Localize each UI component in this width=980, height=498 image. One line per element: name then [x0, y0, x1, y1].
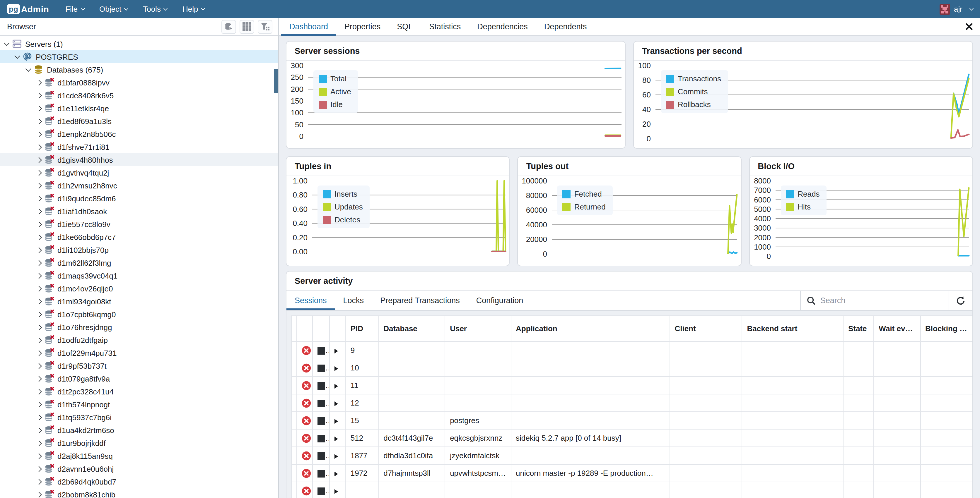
chevron-collapsed-icon[interactable]	[36, 195, 42, 201]
tree-item-database[interactable]: d2b69d4qk0ubd7	[0, 475, 278, 488]
chevron-collapsed-icon[interactable]	[36, 170, 42, 176]
cancel-query-icon[interactable]	[302, 416, 311, 425]
menu-file[interactable]: File	[65, 5, 84, 13]
terminate-icon[interactable]	[318, 435, 325, 442]
session-row[interactable]: 15 postgres	[291, 412, 972, 429]
column-header[interactable]: PID	[345, 316, 379, 341]
tree-item-database[interactable]: d1o7cpbt6kqmg0	[0, 308, 278, 321]
cancel-query-icon[interactable]	[302, 434, 311, 443]
column-header[interactable]: Database	[379, 316, 445, 341]
column-header[interactable]: User	[445, 316, 511, 341]
column-header[interactable]: Client	[670, 316, 742, 341]
tree-item-database[interactable]: d1iaf1dh0saok	[0, 205, 278, 218]
chevron-collapsed-icon[interactable]	[36, 247, 42, 253]
tree-item-database[interactable]: d1ed8f69a1u3ls	[0, 115, 278, 128]
session-row[interactable]: 9	[291, 341, 972, 359]
session-row[interactable]: 11	[291, 377, 972, 394]
tab-locks[interactable]: Locks	[335, 291, 372, 310]
expand-row-icon[interactable]	[335, 401, 338, 406]
query-tool-button[interactable]	[221, 20, 236, 34]
expand-row-icon[interactable]	[335, 471, 338, 476]
chevron-collapsed-icon[interactable]	[36, 118, 42, 124]
chevron-collapsed-icon[interactable]	[36, 131, 42, 137]
tab-sessions[interactable]: Sessions	[286, 291, 335, 310]
expand-row-icon[interactable]	[335, 489, 338, 493]
tree-item-database[interactable]: d1odfu2dtfgaip	[0, 333, 278, 346]
chevron-collapsed-icon[interactable]	[36, 311, 42, 317]
terminate-icon[interactable]	[318, 470, 325, 477]
chevron-collapsed-icon[interactable]	[36, 221, 42, 227]
chevron-collapsed-icon[interactable]	[36, 453, 42, 459]
chevron-collapsed-icon[interactable]	[36, 389, 42, 395]
chevron-collapsed-icon[interactable]	[36, 182, 42, 189]
terminate-icon[interactable]	[318, 365, 325, 372]
terminate-icon[interactable]	[318, 400, 325, 407]
tree-item-database[interactable]: d1t2pc328c41u4	[0, 385, 278, 398]
chevron-collapsed-icon[interactable]	[36, 427, 42, 433]
terminate-icon[interactable]	[318, 452, 325, 460]
menu-object[interactable]: Object	[99, 5, 128, 13]
tree-item-database[interactable]: d1ml934goi08kt	[0, 295, 278, 308]
chevron-collapsed-icon[interactable]	[36, 324, 42, 330]
tree-item-database[interactable]: d2aj8k115an9sq	[0, 449, 278, 462]
tab-dashboard[interactable]: Dashboard	[281, 18, 336, 35]
chevron-collapsed-icon[interactable]	[36, 208, 42, 214]
tab-prepared-transactions[interactable]: Prepared Transactions	[372, 291, 468, 310]
search-input[interactable]	[820, 296, 942, 305]
session-row[interactable]	[291, 482, 972, 498]
tree-item-databases[interactable]: Databases (675)	[0, 63, 278, 76]
chevron-collapsed-icon[interactable]	[36, 479, 42, 485]
chevron-collapsed-icon[interactable]	[36, 79, 42, 86]
tab-properties[interactable]: Properties	[336, 18, 389, 35]
expand-row-icon[interactable]	[335, 419, 338, 423]
chevron-collapsed-icon[interactable]	[36, 337, 42, 343]
tree-item-database[interactable]: d1e11etklsr4qe	[0, 102, 278, 115]
chevron-collapsed-icon[interactable]	[36, 273, 42, 279]
chevron-expanded-icon[interactable]	[14, 53, 20, 59]
column-header[interactable]: Backend start	[742, 316, 843, 341]
session-row[interactable]: 512 dc3t4f143gil7e eqkcsgbjsrxnnz sideki…	[291, 429, 972, 447]
tree-item-database[interactable]: d1of229m4pu731	[0, 346, 278, 359]
column-header[interactable]: Application	[511, 316, 670, 341]
cancel-query-icon[interactable]	[302, 398, 311, 408]
refresh-button[interactable]	[948, 291, 972, 310]
chevron-collapsed-icon[interactable]	[36, 285, 42, 292]
menu-help[interactable]: Help	[183, 5, 205, 13]
session-row[interactable]: 1972 d7hajmntsp3ll upvwhtstpcsmwk unicor…	[291, 464, 972, 482]
chevron-collapsed-icon[interactable]	[36, 350, 42, 356]
user-menu[interactable]: ajr	[939, 4, 973, 14]
tab-dependents[interactable]: Dependents	[536, 18, 595, 35]
column-header[interactable]: Blocking PIDs	[920, 316, 972, 341]
chevron-collapsed-icon[interactable]	[36, 92, 42, 98]
menu-tools[interactable]: Tools	[143, 5, 167, 13]
tab-statistics[interactable]: Statistics	[421, 18, 469, 35]
tree-item-database[interactable]: d2bobm8k81chib	[0, 488, 278, 498]
tree-item-servers[interactable]: Servers (1)	[0, 38, 278, 50]
tree-item-database[interactable]: d1enpk2n8b506c	[0, 128, 278, 140]
terminate-icon[interactable]	[318, 417, 325, 425]
tree-item-database[interactable]: d1th574lnpnogt	[0, 398, 278, 411]
tree-item-database[interactable]: d1mc4ov26qlje0	[0, 282, 278, 295]
tree-item-database[interactable]: d1r9pf53b737t	[0, 359, 278, 372]
tree-item-database[interactable]: d1ke66obd6p7c7	[0, 231, 278, 243]
chevron-collapsed-icon[interactable]	[36, 298, 42, 304]
cancel-query-icon[interactable]	[302, 346, 311, 355]
chevron-expanded-icon[interactable]	[25, 66, 31, 72]
expand-row-icon[interactable]	[335, 366, 338, 371]
session-row[interactable]: 1877 dfhdla3d1c0ifa jzyekdmfalctsk	[291, 447, 972, 464]
terminate-icon[interactable]	[318, 487, 325, 495]
expand-row-icon[interactable]	[335, 384, 338, 388]
tree-item-database[interactable]: d2avnn1e0u6ohj	[0, 462, 278, 475]
terminate-icon[interactable]	[318, 382, 325, 390]
chevron-collapsed-icon[interactable]	[36, 466, 42, 472]
tree-item-database[interactable]: d1m62ll62f3lmg	[0, 256, 278, 269]
tree-item-database[interactable]: d1ur9bojrjkddf	[0, 436, 278, 449]
view-data-button[interactable]	[240, 20, 254, 34]
cancel-query-icon[interactable]	[302, 363, 311, 373]
chevron-collapsed-icon[interactable]	[36, 440, 42, 446]
chevron-collapsed-icon[interactable]	[36, 157, 42, 163]
tree-item-database[interactable]: d1cde8408rk6v5	[0, 89, 278, 102]
chevron-expanded-icon[interactable]	[4, 40, 10, 46]
tab-dependencies[interactable]: Dependencies	[469, 18, 536, 35]
tab-configuration[interactable]: Configuration	[468, 291, 531, 310]
